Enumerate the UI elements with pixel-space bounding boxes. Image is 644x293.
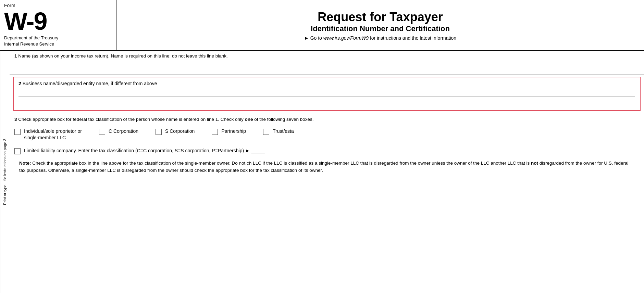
checkbox-partnership: Partnership <box>212 128 246 135</box>
left-edge-rotated-label: Print or type. fic Instructions on page … <box>0 51 10 293</box>
c-corporation-label: C Corporation <box>109 128 138 135</box>
field-2-label: 2 Business name/disregarded entity name,… <box>18 81 635 97</box>
form-title-bottom: Identification Number and Certification <box>123 24 637 33</box>
field-2-wrapper: 2 Business name/disregarded entity name,… <box>13 77 641 111</box>
form-header: Form W-9 Department of the Treasury Inte… <box>0 0 644 51</box>
individual-checkbox[interactable] <box>14 129 21 135</box>
form-fields-area: 1 Name (as shown on your income tax retu… <box>10 51 644 293</box>
form-title-top: Request for Taxpayer <box>123 10 637 24</box>
trust-checkbox[interactable] <box>263 129 269 135</box>
llc-label: Limited liability company. Enter the tax… <box>24 148 265 154</box>
department-text: Department of the Treasury Internal Reve… <box>4 35 112 47</box>
llc-checkbox[interactable] <box>14 148 21 154</box>
field-1-label: 1 Name (as shown on your income tax retu… <box>14 53 639 59</box>
partnership-checkbox[interactable] <box>212 129 218 135</box>
header-right-panel: Request for Taxpayer Identification Numb… <box>116 0 644 50</box>
note-section: Note: Check the appropriate box in the l… <box>14 158 639 174</box>
individual-label: Individual/sole proprietor or single-mem… <box>24 128 82 141</box>
tax-classification-checkboxes: Individual/sole proprietor or single-mem… <box>14 128 639 141</box>
main-content-area: Print or type. fic Instructions on page … <box>0 51 644 293</box>
form-number: W-9 <box>4 9 112 34</box>
irs-link: ► Go to www.irs.gov/FormW9 for instructi… <box>123 35 637 41</box>
c-corporation-checkbox[interactable] <box>99 129 105 135</box>
checkbox-c-corporation: C Corporation <box>99 128 138 135</box>
field-3-label: 3 Check appropriate box for federal tax … <box>14 116 639 123</box>
checkbox-s-corporation: S Corporation <box>156 128 195 135</box>
field-3-container: 3 Check appropriate box for federal tax … <box>10 113 644 177</box>
trust-label: Trust/esta <box>273 128 294 135</box>
s-corporation-checkbox[interactable] <box>156 129 162 135</box>
checkbox-individual: Individual/sole proprietor or single-mem… <box>14 128 82 141</box>
s-corporation-label: S Corporation <box>165 128 195 135</box>
partnership-label: Partnership <box>221 128 246 135</box>
header-left-panel: Form W-9 Department of the Treasury Inte… <box>0 0 116 50</box>
field-1-container: 1 Name (as shown on your income tax retu… <box>10 51 644 75</box>
checkbox-trust: Trust/esta <box>263 128 294 135</box>
w9-form-page: Form W-9 Department of the Treasury Inte… <box>0 0 644 293</box>
llc-row: Limited liability company. Enter the tax… <box>14 148 639 154</box>
